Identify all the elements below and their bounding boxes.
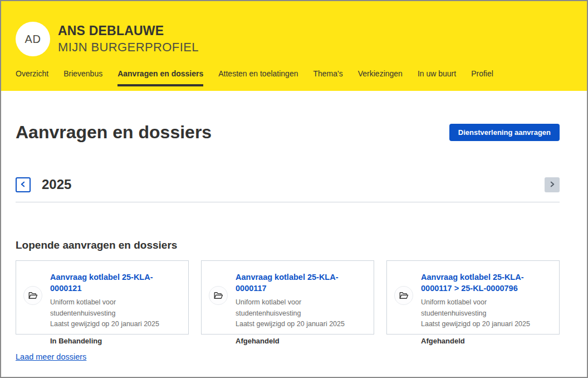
open-folder-icon bbox=[394, 286, 413, 305]
title-row: Aanvragen en dossiers Dienstverlening aa… bbox=[16, 122, 560, 143]
next-year-button[interactable] bbox=[545, 177, 560, 192]
dossier-description: Uniform kotlabel voor studentenhuisvesti… bbox=[50, 297, 179, 319]
main-nav: Overzicht Brievenbus Aanvragen en dossie… bbox=[16, 69, 572, 86]
dossier-card-body: Aanvraag kotlabel 25-KLA-0000121 Uniform… bbox=[50, 272, 179, 345]
chevron-left-icon bbox=[20, 181, 26, 189]
mijn-burgerprofiel-window: { "header": { "avatar_initials": "AD", "… bbox=[0, 0, 588, 378]
identity-text: ANS DEBLAUWE MIJN BURGERPROFIEL bbox=[58, 23, 199, 55]
nav-item-profiel[interactable]: Profiel bbox=[471, 69, 493, 86]
main-content: Aanvragen en dossiers Dienstverlening aa… bbox=[1, 122, 587, 362]
dossier-card-body: Aanvraag kotlabel 25-KLA-0000117 Uniform… bbox=[236, 272, 365, 345]
nav-item-attesten-en-toelatingen[interactable]: Attesten en toelatingen bbox=[218, 69, 298, 86]
user-name: ANS DEBLAUWE bbox=[58, 23, 199, 38]
dossier-card-body: Aanvraag kotlabel 25-KLA-0000117 > 25-KL… bbox=[421, 272, 550, 345]
open-folder-icon bbox=[209, 286, 228, 305]
nav-item-themas[interactable]: Thema's bbox=[313, 69, 342, 86]
dossier-last-modified: Laatst gewijzigd op 20 januari 2025 bbox=[50, 319, 179, 329]
nav-item-verkiezingen[interactable]: Verkiezingen bbox=[358, 69, 403, 86]
dossier-title-link[interactable]: Aanvraag kotlabel 25-KLA-0000117 bbox=[236, 272, 365, 294]
dossier-description: Uniform kotlabel voor studentenhuisvesti… bbox=[421, 297, 550, 319]
dossier-card: Aanvraag kotlabel 25-KLA-0000117 Uniform… bbox=[201, 260, 374, 335]
dossier-status: Afgehandeld bbox=[421, 337, 550, 345]
request-service-button[interactable]: Dienstverlening aanvragen bbox=[449, 124, 560, 141]
year-divider bbox=[16, 202, 560, 202]
dossier-title-link[interactable]: Aanvraag kotlabel 25-KLA-0000121 bbox=[50, 272, 179, 294]
chevron-right-icon bbox=[549, 181, 555, 189]
section-title: Lopende aanvragen en dossiers bbox=[16, 239, 560, 251]
load-more-link[interactable]: Laad meer dossiers bbox=[16, 352, 86, 361]
dossier-description: Uniform kotlabel voor studentenhuisvesti… bbox=[236, 297, 365, 319]
dossier-card-list: Aanvraag kotlabel 25-KLA-0000121 Uniform… bbox=[16, 260, 560, 335]
nav-item-overzicht[interactable]: Overzicht bbox=[16, 69, 48, 86]
app-title: MIJN BURGERPROFIEL bbox=[58, 40, 199, 55]
dossier-card: Aanvraag kotlabel 25-KLA-0000121 Uniform… bbox=[16, 260, 189, 335]
identity-block: AD ANS DEBLAUWE MIJN BURGERPROFIEL bbox=[16, 22, 572, 56]
profile-header: AD ANS DEBLAUWE MIJN BURGERPROFIEL Overz… bbox=[1, 1, 587, 91]
year-label: 2025 bbox=[42, 177, 71, 192]
dossier-status: In Behandeling bbox=[50, 337, 179, 345]
page-title: Aanvragen en dossiers bbox=[16, 122, 212, 143]
dossier-last-modified: Laatst gewijzigd op 20 januari 2025 bbox=[236, 319, 365, 329]
dossier-last-modified: Laatst gewijzigd op 20 januari 2025 bbox=[421, 319, 550, 329]
nav-item-in-uw-buurt[interactable]: In uw buurt bbox=[418, 69, 456, 86]
nav-item-brievenbus[interactable]: Brievenbus bbox=[63, 69, 102, 86]
dossier-title-link[interactable]: Aanvraag kotlabel 25-KLA-0000117 > 25-KL… bbox=[421, 272, 550, 294]
previous-year-button[interactable] bbox=[16, 177, 31, 192]
dossier-card: Aanvraag kotlabel 25-KLA-0000117 > 25-KL… bbox=[386, 260, 560, 335]
year-pager: 2025 bbox=[16, 177, 560, 192]
avatar: AD bbox=[16, 22, 50, 56]
open-folder-icon bbox=[23, 286, 42, 305]
nav-item-aanvragen-en-dossiers[interactable]: Aanvragen en dossiers bbox=[117, 69, 203, 86]
dossier-status: Afgehandeld bbox=[236, 337, 365, 345]
